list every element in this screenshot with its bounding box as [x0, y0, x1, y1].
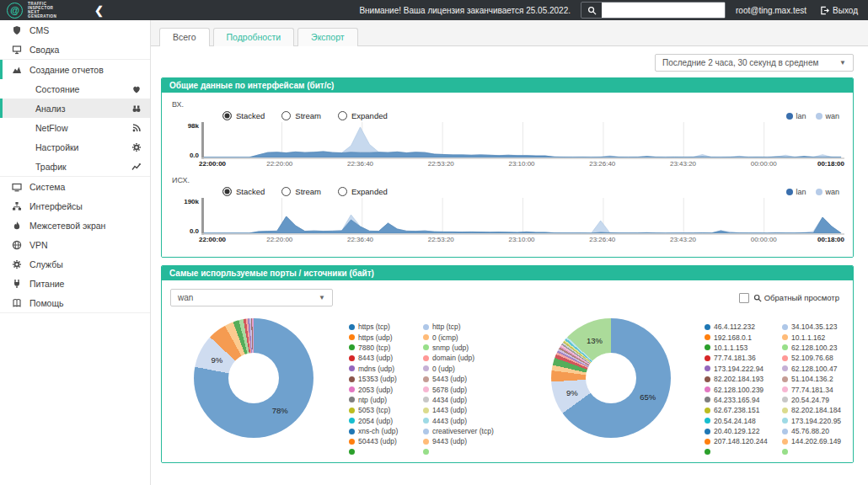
- legend-item[interactable]: 173.194.222.94: [705, 365, 782, 373]
- mode-radio-stream[interactable]: Stream: [281, 111, 321, 120]
- legend-item[interactable]: 5443 (udp): [423, 375, 504, 383]
- legend-item[interactable]: 0 (icmp): [423, 333, 504, 342]
- legend-item[interactable]: 4443 (udp): [423, 417, 504, 425]
- sidebar-item-health[interactable]: Состояние: [0, 79, 150, 99]
- legend-item[interactable]: 20.40.129.122: [705, 427, 782, 435]
- legend-item[interactable]: 51.104.136.2: [782, 375, 854, 383]
- reverse-view-checkbox[interactable]: [739, 293, 749, 303]
- legend-item[interactable]: [349, 449, 423, 455]
- legend-item[interactable]: https (udp): [349, 333, 423, 342]
- legend-item[interactable]: 4434 (udp): [423, 396, 504, 404]
- sidebar-item-reporting[interactable]: Создание отчетов: [0, 59, 150, 79]
- legend-item[interactable]: 144.202.69.149: [782, 437, 854, 445]
- legend-item[interactable]: 207.148.120.244: [705, 437, 782, 445]
- legend-item[interactable]: 62.128.100.23: [782, 344, 854, 352]
- sidebar-item-vpn[interactable]: VPN: [0, 235, 150, 254]
- sidebar-item-system[interactable]: Система: [0, 176, 150, 196]
- legend-item[interactable]: http (tcp): [423, 322, 504, 331]
- legend-item[interactable]: 5053 (tcp): [349, 406, 423, 414]
- legend-item[interactable]: 62.128.100.47: [782, 365, 854, 373]
- legend-item[interactable]: 9443 (udp): [423, 437, 504, 445]
- legend-item[interactable]: 173.194.220.95: [782, 417, 854, 425]
- legend-item[interactable]: creativeserver (tcp): [423, 427, 504, 435]
- sidebar-collapse-button[interactable]: ❮: [88, 4, 110, 17]
- tab-Экспорт[interactable]: Экспорт: [297, 28, 357, 46]
- search-input[interactable]: [602, 3, 725, 18]
- sidebar-item-help[interactable]: Помощь: [0, 293, 150, 313]
- legend-item[interactable]: 15353 (udp): [349, 375, 423, 383]
- sidebar-item-cms[interactable]: CMS: [0, 20, 150, 40]
- legend-item[interactable]: 64.233.165.94: [705, 396, 782, 404]
- legend-item[interactable]: 77.74.181.34: [782, 386, 854, 394]
- user-menu[interactable]: root@ting.max.test: [736, 6, 806, 15]
- search-icon[interactable]: [581, 3, 602, 18]
- legend-item[interactable]: 2054 (udp): [349, 417, 423, 425]
- mode-radio-expanded[interactable]: Expanded: [338, 111, 388, 120]
- legend-item[interactable]: 8443 (udp): [349, 354, 423, 362]
- legend-item[interactable]: domain (udp): [423, 354, 504, 362]
- x-axis-labels: 22:00:0022:20:0022:36:4022:53:2023:10:00…: [199, 235, 844, 245]
- legend-item[interactable]: mdns (udp): [349, 365, 423, 373]
- legend-item[interactable]: 7880 (tcp): [349, 344, 423, 352]
- sidebar-item-services[interactable]: Службы: [0, 254, 150, 274]
- legend-item[interactable]: 20.54.24.148: [705, 417, 782, 425]
- sidebar-item-summary[interactable]: Сводка: [0, 40, 150, 59]
- legend-item[interactable]: 52.109.76.68: [782, 354, 854, 362]
- radio-icon[interactable]: [222, 187, 232, 196]
- app-logo[interactable]: @ TRAFFICINSPECTORNEXTGENERATION: [0, 2, 88, 19]
- legend-item[interactable]: 62.128.100.239: [705, 386, 782, 394]
- radio-icon[interactable]: [281, 111, 291, 120]
- legend-item[interactable]: 1443 (udp): [423, 406, 504, 414]
- tab-Всего[interactable]: Всего: [159, 28, 210, 46]
- legend-item[interactable]: 82.202.184.184: [782, 406, 854, 414]
- legend-item[interactable]: 82.202.184.193: [705, 375, 782, 383]
- sidebar-item-netflow[interactable]: NetFlow: [0, 118, 150, 137]
- sidebar-item-firewall[interactable]: Межсетевой экран: [0, 216, 150, 235]
- legend-item[interactable]: [782, 449, 854, 455]
- legend-item[interactable]: https (tcp): [349, 322, 423, 331]
- mode-radio-stacked[interactable]: Stacked: [222, 187, 265, 196]
- radio-icon[interactable]: [222, 111, 232, 120]
- legend-item[interactable]: snmp (udp): [423, 344, 504, 352]
- ports-donut-chart[interactable]: 78%9%: [194, 318, 313, 438]
- radio-icon[interactable]: [338, 187, 347, 196]
- legend-item[interactable]: 62.67.238.151: [705, 406, 782, 414]
- legend-item[interactable]: 10.1.1.153: [705, 344, 782, 352]
- period-select[interactable]: Последние 2 часа, 30 секунд в среднем▼: [655, 54, 854, 72]
- interface-select[interactable]: wan▼: [170, 289, 333, 306]
- sources-donut-chart[interactable]: 65%9%13%: [551, 318, 671, 438]
- legend-item[interactable]: 192.168.0.1: [705, 333, 782, 342]
- reverse-view-toggle[interactable]: Обратный просмотр: [739, 293, 839, 303]
- legend-item[interactable]: ntp (udp): [349, 396, 423, 404]
- legend-item[interactable]: 50443 (udp): [349, 437, 423, 445]
- mode-radio-expanded[interactable]: Expanded: [338, 187, 388, 196]
- logout-button[interactable]: Выход: [820, 6, 858, 15]
- series-legend-wan[interactable]: wan: [816, 112, 839, 120]
- legend-item[interactable]: [705, 449, 782, 455]
- legend-item[interactable]: 0 (udp): [423, 365, 504, 373]
- legend-item[interactable]: xns-ch (udp): [349, 427, 423, 435]
- legend-item[interactable]: 2053 (udp): [349, 386, 423, 394]
- sidebar-item-power[interactable]: Питание: [0, 274, 150, 293]
- legend-item[interactable]: 77.74.181.36: [705, 354, 782, 362]
- legend-item[interactable]: 46.4.112.232: [705, 322, 782, 331]
- mode-radio-stream[interactable]: Stream: [281, 187, 321, 196]
- sidebar-item-settings[interactable]: Настройки: [0, 137, 150, 157]
- sidebar-item-analysis[interactable]: Анализ: [0, 99, 150, 118]
- radio-icon[interactable]: [338, 111, 347, 120]
- sidebar-item-interfaces[interactable]: Интерфейсы: [0, 196, 150, 216]
- sidebar-item-traffic[interactable]: Трафик: [0, 157, 150, 176]
- legend-item[interactable]: [423, 449, 504, 455]
- chart-line-icon: [131, 162, 142, 172]
- series-legend-lan[interactable]: lan: [786, 188, 806, 196]
- radio-icon[interactable]: [281, 187, 291, 196]
- legend-item[interactable]: 45.76.88.20: [782, 427, 854, 435]
- tab-Подробности[interactable]: Подробности: [213, 28, 295, 46]
- mode-radio-stacked[interactable]: Stacked: [222, 111, 265, 120]
- legend-item[interactable]: 34.104.35.123: [782, 322, 854, 331]
- legend-item[interactable]: 10.1.1.162: [782, 333, 854, 342]
- legend-item[interactable]: 5678 (udp): [423, 386, 504, 394]
- series-legend-wan[interactable]: wan: [816, 188, 839, 196]
- series-legend-lan[interactable]: lan: [786, 112, 806, 120]
- legend-item[interactable]: 20.54.24.79: [782, 396, 854, 404]
